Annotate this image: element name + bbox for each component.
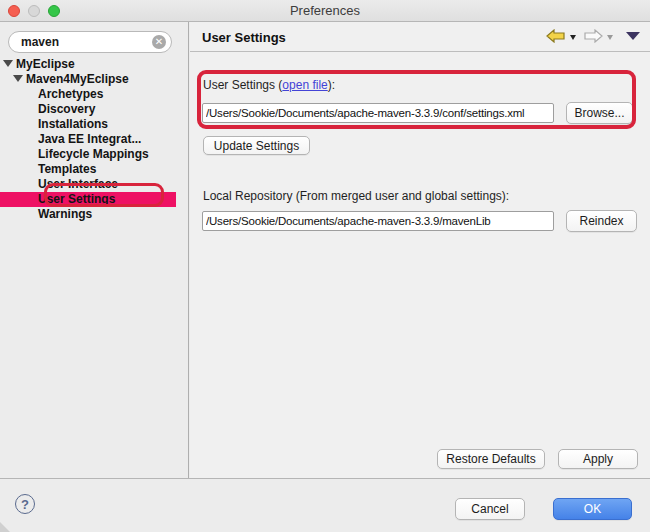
page-title: User Settings: [202, 30, 286, 45]
main-panel: User Settings User Settings (open file):…: [190, 22, 650, 478]
footer-bar: ? Cancel OK: [0, 478, 650, 532]
browse-button[interactable]: Browse...: [566, 102, 633, 124]
apply-button[interactable]: Apply: [558, 449, 638, 469]
tree-item-label: User Interface: [38, 177, 118, 191]
expanded-twisty-icon[interactable]: [3, 60, 13, 67]
search-input[interactable]: [21, 34, 151, 50]
forward-history-caret-icon[interactable]: [607, 35, 613, 40]
back-history-caret-icon[interactable]: [570, 35, 576, 40]
ok-button[interactable]: OK: [553, 498, 632, 520]
back-arrow-icon[interactable]: [546, 29, 566, 43]
tree-item-discovery[interactable]: Discovery: [0, 102, 176, 117]
tree-item-label: Warnings: [38, 207, 92, 221]
tree-item-templates[interactable]: Templates: [0, 162, 176, 177]
view-menu-icon[interactable]: [626, 32, 640, 40]
cancel-button[interactable]: Cancel: [455, 498, 525, 520]
update-settings-button[interactable]: Update Settings: [203, 136, 310, 155]
repository-path-input[interactable]: [202, 211, 554, 231]
tree-item-warnings[interactable]: Warnings: [0, 207, 176, 222]
preferences-tree: MyEclipseMaven4MyEclipseArchetypesDiscov…: [0, 57, 189, 222]
open-file-link[interactable]: open file: [282, 78, 327, 92]
tree-item-label: Maven4MyEclipse: [26, 72, 129, 86]
tree-item-myeclipse[interactable]: MyEclipse: [0, 57, 176, 72]
resize-grip[interactable]: [0, 522, 10, 532]
tree-item-java-ee-integrat[interactable]: Java EE Integrat...: [0, 132, 176, 147]
expanded-twisty-icon[interactable]: [13, 75, 23, 82]
tree-item-label: User Settings: [38, 192, 115, 206]
restore-defaults-button[interactable]: Restore Defaults: [437, 449, 545, 469]
tree-item-label: Templates: [38, 162, 96, 176]
user-settings-label-prefix: User Settings (: [203, 78, 282, 92]
tree-item-label: Discovery: [38, 102, 95, 116]
tree-item-user-interface[interactable]: User Interface: [0, 177, 176, 192]
tree-item-label: Archetypes: [38, 87, 103, 101]
tree-item-archetypes[interactable]: Archetypes: [0, 87, 176, 102]
tree-item-label: Lifecycle Mappings: [38, 147, 149, 161]
main-header: User Settings: [190, 22, 650, 52]
local-repository-label: Local Repository (From merged user and g…: [203, 189, 509, 203]
filter-search-box: ✕: [8, 31, 172, 53]
reindex-button[interactable]: Reindex: [566, 210, 637, 232]
forward-arrow-icon[interactable]: [583, 29, 603, 43]
sidebar: ✕ MyEclipseMaven4MyEclipseArchetypesDisc…: [0, 22, 189, 478]
user-settings-label-suffix: ):: [328, 78, 335, 92]
clear-search-icon[interactable]: ✕: [152, 35, 166, 49]
tree-item-user-settings[interactable]: User Settings: [0, 192, 176, 207]
tree-item-installations[interactable]: Installations: [0, 117, 176, 132]
title-bar: Preferences: [0, 0, 650, 22]
window-title: Preferences: [0, 3, 650, 18]
tree-item-label: MyEclipse: [16, 57, 75, 71]
tree-item-maven4myeclipse[interactable]: Maven4MyEclipse: [0, 72, 176, 87]
tree-item-label: Java EE Integrat...: [38, 132, 141, 146]
tree-item-lifecycle-mappings[interactable]: Lifecycle Mappings: [0, 147, 176, 162]
preferences-window: Preferences ✕ MyEclipseMaven4MyEclipseAr…: [0, 0, 650, 532]
help-button[interactable]: ?: [15, 494, 35, 514]
history-nav: [546, 29, 640, 43]
settings-path-input[interactable]: [202, 103, 554, 123]
tree-item-label: Installations: [38, 117, 108, 131]
user-settings-label: User Settings (open file):: [203, 78, 335, 92]
